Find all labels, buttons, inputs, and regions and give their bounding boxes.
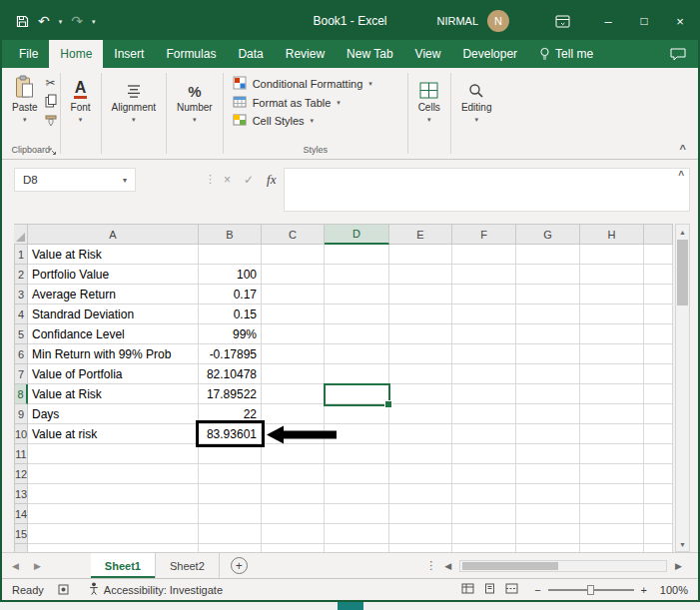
- cell[interactable]: [452, 344, 516, 364]
- cell[interactable]: [580, 344, 644, 364]
- cell-B3[interactable]: 0.17: [199, 285, 262, 305]
- column-header-B[interactable]: B: [199, 224, 262, 245]
- cell[interactable]: [325, 245, 389, 265]
- cell-A10[interactable]: Value at risk: [28, 424, 199, 444]
- cell[interactable]: [580, 404, 644, 424]
- cell[interactable]: [262, 484, 325, 504]
- cell-B12[interactable]: [199, 464, 262, 484]
- cell-A6[interactable]: Min Return with 99% Prob: [28, 344, 199, 364]
- row-header-8[interactable]: 8: [14, 384, 28, 404]
- cut-icon[interactable]: ✂: [46, 77, 56, 89]
- maximize-button[interactable]: □: [626, 2, 662, 40]
- cell[interactable]: [262, 444, 325, 464]
- macro-record-icon[interactable]: [58, 584, 69, 595]
- zoom-level[interactable]: 100%: [654, 584, 688, 596]
- cell[interactable]: [452, 245, 516, 265]
- cell-A11[interactable]: [28, 444, 199, 464]
- cell[interactable]: [580, 384, 644, 404]
- paste-button[interactable]: Paste ▾: [5, 71, 45, 124]
- row-header[interactable]: 4: [14, 305, 28, 324]
- cell[interactable]: [389, 524, 452, 544]
- cell[interactable]: [580, 504, 644, 524]
- zoom-slider[interactable]: [548, 589, 634, 591]
- cell-B6[interactable]: -0.17895: [199, 344, 262, 364]
- cell[interactable]: [389, 364, 452, 384]
- cell[interactable]: [325, 504, 389, 524]
- cell[interactable]: [516, 324, 580, 344]
- cell[interactable]: [516, 384, 580, 404]
- cell[interactable]: [516, 344, 580, 364]
- row-header[interactable]: 12: [14, 464, 28, 484]
- cell[interactable]: [580, 464, 644, 484]
- clipboard-dialog-launcher-icon[interactable]: [49, 148, 57, 156]
- cell[interactable]: [262, 245, 325, 265]
- cell-A8[interactable]: Value at Risk: [28, 384, 199, 404]
- cell[interactable]: [325, 524, 389, 544]
- cell[interactable]: [516, 364, 580, 384]
- cell[interactable]: [580, 305, 644, 324]
- cell-A15[interactable]: [28, 524, 199, 544]
- cell-A2[interactable]: Portfolio Value: [28, 265, 199, 285]
- name-box[interactable]: D8 ▾: [14, 168, 136, 192]
- cell[interactable]: [262, 344, 325, 364]
- cell[interactable]: [516, 424, 580, 444]
- row-header[interactable]: 10: [14, 424, 28, 444]
- column-header-H[interactable]: H: [580, 224, 644, 245]
- cell-B4[interactable]: 0.15: [199, 305, 262, 324]
- cell-A13[interactable]: [28, 484, 199, 504]
- horizontal-scrollbar-thumb[interactable]: [462, 562, 558, 570]
- cell[interactable]: [580, 524, 644, 544]
- cell-A9[interactable]: Days: [28, 404, 199, 424]
- zoom-out-icon[interactable]: −: [534, 584, 540, 596]
- cell[interactable]: [325, 305, 389, 324]
- cell[interactable]: [516, 464, 580, 484]
- cell[interactable]: [452, 285, 516, 305]
- cell-A4[interactable]: Standrad Deviation: [28, 305, 199, 324]
- zoom-slider-thumb[interactable]: [587, 585, 594, 595]
- cell[interactable]: [325, 484, 389, 504]
- cell[interactable]: [389, 265, 452, 285]
- cell-B13[interactable]: [199, 484, 262, 504]
- cell[interactable]: [262, 305, 325, 324]
- accessibility-status[interactable]: Accessibility: Investigate: [89, 582, 223, 597]
- row-header[interactable]: 15: [14, 524, 28, 544]
- cell-B1[interactable]: [199, 245, 262, 265]
- cell-B9[interactable]: 22: [199, 404, 262, 424]
- row-header[interactable]: 2: [14, 265, 28, 285]
- cell[interactable]: [580, 324, 644, 344]
- cell[interactable]: [516, 285, 580, 305]
- font-button[interactable]: A Font ▾: [64, 71, 98, 124]
- tab-new-tab[interactable]: New Tab: [336, 40, 403, 68]
- ribbon-display-options-icon[interactable]: [555, 15, 570, 28]
- normal-view-icon[interactable]: [461, 583, 474, 596]
- cells-button[interactable]: Cells ▾: [411, 71, 447, 124]
- conditional-formatting-button[interactable]: Conditional Formatting ▾: [233, 76, 372, 92]
- cell[interactable]: [262, 384, 325, 404]
- cell-styles-button[interactable]: Cell Styles ▾: [233, 114, 314, 128]
- cell-A3[interactable]: Average Return: [28, 285, 199, 305]
- sheetbar-splitter-icon[interactable]: ⋮: [425, 559, 436, 572]
- undo-icon[interactable]: ↶: [38, 14, 50, 28]
- cell-B10[interactable]: 83.93601: [199, 424, 262, 444]
- cell[interactable]: [262, 265, 325, 285]
- format-painter-icon[interactable]: [45, 115, 57, 129]
- cell[interactable]: [580, 245, 644, 265]
- alignment-button[interactable]: Alignment ▾: [105, 71, 163, 124]
- row-header[interactable]: 5: [14, 324, 28, 344]
- cell[interactable]: [389, 424, 452, 444]
- name-box-dropdown-icon[interactable]: ▾: [115, 176, 135, 185]
- cell[interactable]: [325, 424, 389, 444]
- cell[interactable]: [580, 444, 644, 464]
- avatar[interactable]: N: [487, 10, 509, 32]
- row-header[interactable]: 6: [14, 344, 28, 364]
- cell[interactable]: [325, 404, 389, 424]
- cell[interactable]: [325, 285, 389, 305]
- cell[interactable]: [580, 364, 644, 384]
- scroll-down-icon[interactable]: ▼: [679, 537, 686, 551]
- cell[interactable]: [452, 305, 516, 324]
- comments-icon[interactable]: [670, 40, 686, 68]
- select-all-button[interactable]: [14, 224, 28, 245]
- cell[interactable]: [325, 364, 389, 384]
- cell[interactable]: [262, 404, 325, 424]
- cell-B7[interactable]: 82.10478: [199, 364, 262, 384]
